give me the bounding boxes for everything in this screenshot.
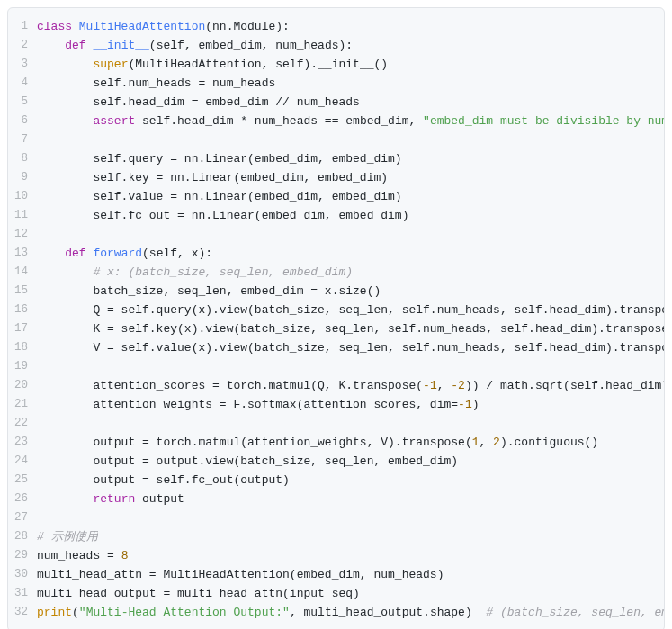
code-content: K = self.key(x).view(batch_size, seq_len… — [37, 319, 664, 338]
line-number: 12 — [8, 225, 37, 244]
line-number: 5 — [8, 93, 37, 112]
code-line: 13 def forward(self, x): — [8, 244, 664, 263]
code-content: attention_scores = torch.matmul(Q, K.tra… — [37, 376, 664, 395]
code-line: 10 self.value = nn.Linear(embed_dim, emb… — [8, 187, 664, 206]
code-line: 5 self.head_dim = embed_dim // num_heads — [8, 93, 664, 112]
line-number: 15 — [8, 282, 37, 301]
code-content: self.value = nn.Linear(embed_dim, embed_… — [37, 187, 402, 206]
code-content: output = self.fc_out(output) — [37, 471, 290, 490]
code-content: self.query = nn.Linear(embed_dim, embed_… — [37, 149, 402, 168]
code-line: 31multi_head_output = multi_head_attn(in… — [8, 584, 664, 603]
code-line: 7 — [8, 130, 664, 149]
line-number: 18 — [8, 338, 37, 357]
line-number: 8 — [8, 149, 37, 168]
line-number: 14 — [8, 263, 37, 282]
code-content: attention_weights = F.softmax(attention_… — [37, 395, 479, 414]
line-number: 11 — [8, 206, 37, 225]
code-line: 3 super(MultiHeadAttention, self).__init… — [8, 55, 664, 74]
line-number: 16 — [8, 301, 37, 319]
code-content: # 示例使用 — [37, 527, 98, 546]
line-number: 10 — [8, 187, 37, 206]
code-line: 12 — [8, 225, 664, 244]
code-content: self.key = nn.Linear(embed_dim, embed_di… — [37, 168, 388, 187]
code-line: 21 attention_weights = F.softmax(attenti… — [8, 395, 664, 414]
line-number: 6 — [8, 112, 37, 130]
code-line: 30multi_head_attn = MultiHeadAttention(e… — [8, 565, 664, 584]
code-line: 11 self.fc_out = nn.Linear(embed_dim, em… — [8, 206, 664, 225]
code-content: def __init__(self, embed_dim, num_heads)… — [37, 36, 353, 55]
code-line: 29num_heads = 8 — [8, 546, 664, 565]
line-number: 27 — [8, 508, 37, 527]
line-number: 22 — [8, 414, 37, 433]
code-content: def forward(self, x): — [37, 244, 212, 263]
code-content: multi_head_attn = MultiHeadAttention(emb… — [37, 565, 444, 584]
code-line: 22 — [8, 414, 664, 433]
code-content: class MultiHeadAttention(nn.Module): — [37, 17, 290, 36]
code-line: 25 output = self.fc_out(output) — [8, 471, 664, 490]
line-number: 31 — [8, 584, 37, 603]
line-number: 7 — [8, 130, 37, 149]
code-line: 8 self.query = nn.Linear(embed_dim, embe… — [8, 149, 664, 168]
code-block: 1class MultiHeadAttention(nn.Module):2 d… — [7, 7, 665, 629]
line-number: 23 — [8, 433, 37, 452]
code-line: 23 output = torch.matmul(attention_weigh… — [8, 433, 664, 452]
code-content: output = output.view(batch_size, seq_len… — [37, 452, 458, 471]
line-number: 1 — [8, 17, 37, 36]
code-content: super(MultiHeadAttention, self).__init__… — [37, 55, 388, 74]
line-number: 2 — [8, 36, 37, 55]
code-content: V = self.value(x).view(batch_size, seq_l… — [37, 338, 664, 357]
line-number: 3 — [8, 55, 37, 74]
line-number: 25 — [8, 471, 37, 490]
code-line: 19 — [8, 357, 664, 376]
code-line: 16 Q = self.query(x).view(batch_size, se… — [8, 301, 664, 319]
line-number: 9 — [8, 168, 37, 187]
code-line: 27 — [8, 508, 664, 527]
code-content: multi_head_output = multi_head_attn(inpu… — [37, 584, 360, 603]
code-content: return output — [37, 490, 184, 508]
code-content: self.num_heads = num_heads — [37, 74, 275, 93]
code-line: 9 self.key = nn.Linear(embed_dim, embed_… — [8, 168, 664, 187]
code-line: 26 return output — [8, 490, 664, 508]
code-content: self.fc_out = nn.Linear(embed_dim, embed… — [37, 206, 408, 225]
code-line: 1class MultiHeadAttention(nn.Module): — [8, 17, 664, 36]
code-line: 17 K = self.key(x).view(batch_size, seq_… — [8, 319, 664, 338]
code-line: 2 def __init__(self, embed_dim, num_head… — [8, 36, 664, 55]
line-number: 21 — [8, 395, 37, 414]
code-content: batch_size, seq_len, embed_dim = x.size(… — [37, 282, 381, 301]
line-number: 30 — [8, 565, 37, 584]
code-content: assert self.head_dim * num_heads == embe… — [37, 112, 664, 130]
code-line: 28# 示例使用 — [8, 527, 664, 546]
line-number: 20 — [8, 376, 37, 395]
line-number: 29 — [8, 546, 37, 565]
code-content: # x: (batch_size, seq_len, embed_dim) — [37, 263, 353, 282]
code-line: 20 attention_scores = torch.matmul(Q, K.… — [8, 376, 664, 395]
line-number: 24 — [8, 452, 37, 471]
code-content: print("Multi-Head Attention Output:", mu… — [37, 603, 664, 622]
line-number: 28 — [8, 527, 37, 546]
line-number: 17 — [8, 319, 37, 338]
code-content: num_heads = 8 — [37, 546, 128, 565]
code-line: 18 V = self.value(x).view(batch_size, se… — [8, 338, 664, 357]
line-number: 4 — [8, 74, 37, 93]
code-content: Q = self.query(x).view(batch_size, seq_l… — [37, 301, 664, 319]
code-content: self.head_dim = embed_dim // num_heads — [37, 93, 360, 112]
code-line: 6 assert self.head_dim * num_heads == em… — [8, 112, 664, 130]
code-line: 4 self.num_heads = num_heads — [8, 74, 664, 93]
code-line: 32print("Multi-Head Attention Output:", … — [8, 603, 664, 622]
line-number: 19 — [8, 357, 37, 376]
line-number: 26 — [8, 490, 37, 508]
line-number: 32 — [8, 603, 37, 622]
code-line: 15 batch_size, seq_len, embed_dim = x.si… — [8, 282, 664, 301]
line-number: 13 — [8, 244, 37, 263]
code-line: 14 # x: (batch_size, seq_len, embed_dim) — [8, 263, 664, 282]
code-content: output = torch.matmul(attention_weights,… — [37, 433, 598, 452]
code-line: 24 output = output.view(batch_size, seq_… — [8, 452, 664, 471]
